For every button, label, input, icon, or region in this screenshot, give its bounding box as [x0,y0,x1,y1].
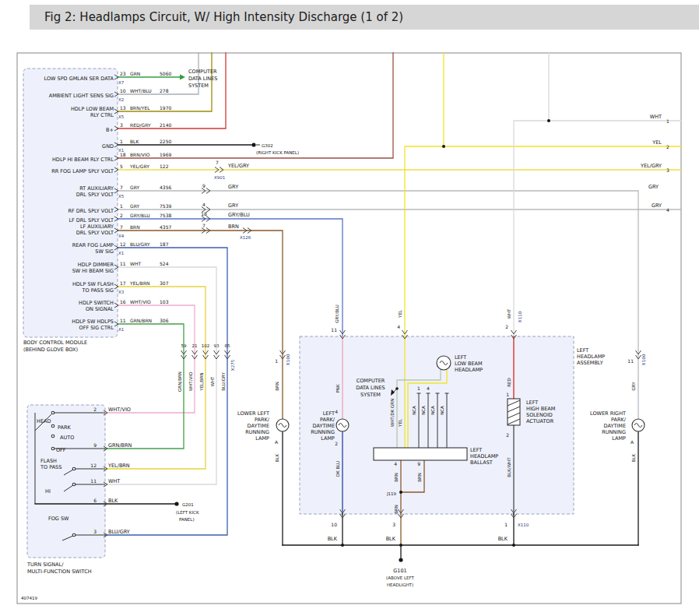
j119-splice-dot [399,491,402,494]
bcm-label: REAR FOG LAMP [72,242,114,248]
assembly-pin: 4 [335,409,338,414]
drl-pin: 7 [202,223,205,228]
lamp-name: PARK/ [611,417,627,423]
bcm-wire: YEL/BRN [129,280,150,286]
contact-icon [51,435,54,438]
data-lines-label: COMPUTER [357,378,385,384]
lamp-name: RUNNING [602,429,626,435]
bcm-circuit: 2250 [160,139,171,144]
mfs-pin: 2 [93,407,97,412]
ground-loc: PANEL) [179,517,195,522]
g101-ground-icon [399,558,402,561]
drl-wire: GRY/BLU [228,212,250,218]
wire-label: WHT/DK GRN [390,399,395,428]
drl-pin: 9 [202,183,205,188]
mfs-pos-flash: TO PASS [40,464,61,470]
lamp-wire: BRN [275,382,279,391]
bundle-num: 21 [192,343,198,348]
assembly-caption: HEADLAMP [577,354,605,360]
bcm-conn: X1 [118,327,124,332]
rt-aux-wire-label: GRY [648,184,659,190]
ballast-icon [374,448,467,460]
lamp-pin: 1 [275,358,278,364]
bcm-label: LOW SPD GMLAN SER DATA [44,76,114,82]
bcm-label: HDLP SW FLASH [72,281,114,287]
bcm-circuit: 122 [160,164,169,169]
assembly-caption: LEFT [577,347,588,354]
bcm-label: HDLP SW HDLPS [72,319,114,325]
bcm-label: TO PASS SIG [81,287,114,294]
ground-loc: (ABOVE LEFT [386,576,414,580]
lamp-wire: BLK [275,453,279,462]
bcm-circuit: 1970 [160,105,171,111]
junction-dot [399,544,402,547]
lamp-pin: 11 [627,358,634,364]
bcm-circuit: 7538 [160,213,171,218]
bcm-circuit: 103 [160,299,169,304]
mfs-wire: WHT/VIO [108,407,131,413]
x110-name: X110 [518,523,529,527]
bundle-num: 59 [181,343,187,348]
bcm-label: HDLP DIMMER [78,262,114,268]
bcm-wire: YEL/GRY [129,164,149,169]
bcm-wire: GRN [130,71,140,76]
edge-num: 4 [666,207,669,213]
junction-dot [547,119,550,122]
lamp-name: LAMP [255,435,269,442]
wire-label: BLK [328,536,338,542]
bcm-label: OFF SIG CTRL [79,325,114,331]
splice-pin: 4 [394,461,397,466]
drl-wire: BRN [228,224,239,230]
bcm-pin: 1 [120,139,123,144]
contact-icon [51,447,54,450]
splice-pin: 9 [417,461,420,466]
title-bar: Fig 2: Headlamps Circuit, W/ High Intens… [30,5,699,30]
g201-ground-icon [174,502,178,505]
bcm-circuit: 524 [160,261,169,266]
ground-loc: (RIGHT KICK PANEL) [256,150,299,155]
bcm-wire: GRY [130,185,139,190]
bcm-circuit: 5060 [160,71,171,76]
wire-label: RED [507,378,511,387]
bcm-wire: BRN/YEL [130,105,150,111]
x100-name: X100 [286,354,290,365]
assembly-pin: 2 [506,432,509,438]
nca-label: NCA [412,406,416,415]
bcm-pin: 10 [120,88,126,93]
assembly-pin: 4 [397,324,400,329]
ground-name: G302 [262,143,273,148]
bcm-label: GND [102,143,114,150]
assembly-caption: ASSEMBLY [577,360,603,366]
edge-wire: WHT [650,114,662,120]
solenoid-name: SOLENOID [526,412,553,418]
x901-pin: 7 [216,160,219,165]
lamp-name: DAYTIME [604,423,626,429]
lamp-name: LAMP [321,435,335,442]
bcm-label: B+ [106,127,114,133]
junction-dot [442,145,445,148]
bcm-wire: RED/GRY [130,122,151,128]
bcm-conn: X5 [118,114,125,119]
wiring-diagram-page: Fig 2: Headlamps Circuit, W/ High Intens… [0,0,699,616]
bcm-wire: WHT/BLU [130,88,152,93]
junction-dot [341,544,344,547]
bcm-pin: 11 [120,318,126,323]
bcm-label: RLY CTRL [90,112,114,118]
mfs-wire: BLU/GRY [108,529,130,535]
bcm-circuit: 307 [160,280,169,286]
bcm-caption: BODY CONTROL MODULE [23,340,87,346]
low-beam-name: LEFT [455,354,466,361]
bcm-label: LF AUXILIARY [80,224,114,230]
x126-name: X126 [240,235,251,240]
contact-icon [72,467,76,470]
bcm-label: ON SIGNAL [86,306,114,312]
bcm-pin: 7 [120,185,123,190]
assembly-pin: 3 [392,522,395,527]
bcm-pin: 12 [120,241,126,247]
bcm-label: LF DRL SPLY VOLT [68,217,114,224]
nca-pin: 4 [427,385,430,391]
nca-pin: 1 [417,385,420,391]
assembly-pin: 10 [331,522,337,527]
x901-name: X901 [214,175,225,180]
assembly-pin: 1 [504,522,508,527]
